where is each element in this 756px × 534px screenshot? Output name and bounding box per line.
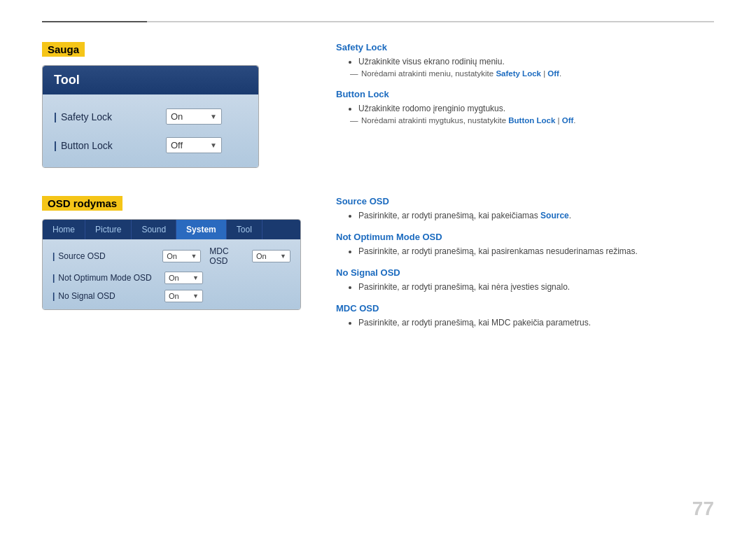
osd-menu-tabs: Home Picture Sound System Tool — [43, 220, 300, 239]
not-optimum-osd-arrow-icon: ▼ — [192, 274, 199, 281]
source-osd-desc: Source OSD Pasirinkite, ar rodyti praneš… — [336, 196, 714, 220]
no-signal-osd-desc: No Signal OSD Pasirinkite, ar rodyti pra… — [336, 267, 714, 292]
tab-sound[interactable]: Sound — [132, 220, 176, 239]
not-optimum-osd-select[interactable]: On ▼ — [164, 272, 203, 284]
button-lock-highlight: Button Lock — [508, 116, 555, 125]
no-signal-osd-bullet: Pasirinkite, ar rodyti pranešimą, kai nė… — [358, 282, 714, 292]
safety-lock-bullet-1: Užrakinkite visus ekrano rodinių meniu. — [358, 57, 714, 66]
tab-tool[interactable]: Tool — [227, 220, 262, 239]
source-osd-bullet: Pasirinkite, ar rodyti pranešimą, kai pa… — [358, 211, 714, 220]
page-number: 77 — [692, 498, 714, 520]
not-optimum-osd-desc: Not Optimum Mode OSD Pasirinkite, ar rod… — [336, 232, 714, 256]
osd-badge: OSD rodymas — [42, 196, 122, 211]
not-optimum-osd-row: Not Optimum Mode OSD On ▼ — [52, 272, 290, 284]
safety-lock-label: Safety Lock — [54, 111, 166, 122]
button-lock-label: Button Lock — [54, 140, 166, 151]
safety-lock-sub-1: Norėdami atrakinti meniu, nustatykite Sa… — [361, 69, 714, 78]
safety-lock-arrow-icon: ▼ — [210, 113, 217, 120]
tab-system[interactable]: System — [176, 220, 227, 239]
tab-home[interactable]: Home — [43, 220, 85, 239]
tool-menu-body: Safety Lock On ▼ Button Lock Off — [43, 94, 258, 167]
tool-menu-header: Tool — [43, 66, 258, 94]
button-lock-desc-title: Button Lock — [336, 89, 714, 99]
osd-panel: OSD rodymas Home Picture Sound System To… — [42, 196, 308, 339]
top-section: Sauga Tool Safety Lock On ▼ — [42, 42, 714, 168]
source-highlight: Source — [540, 211, 569, 220]
no-signal-osd-row: No Signal OSD On ▼ — [52, 290, 290, 302]
source-osd-select[interactable]: On ▼ — [162, 250, 201, 262]
button-lock-row: Button Lock Off ▼ — [54, 137, 247, 153]
mdc-osd-select[interactable]: On ▼ — [252, 250, 290, 262]
mdc-osd-label: MDC OSD — [209, 246, 248, 266]
mdc-osd-arrow-icon: ▼ — [280, 253, 286, 260]
mdc-osd-desc-title: MDC OSD — [336, 303, 714, 314]
sauga-badge: Sauga — [42, 42, 85, 57]
button-lock-select[interactable]: Off ▼ — [166, 137, 222, 153]
no-signal-osd-desc-title: No Signal OSD — [336, 267, 714, 278]
mdc-osd-col: MDC OSD On ▼ — [209, 246, 290, 266]
button-lock-off-highlight: Off — [562, 116, 574, 125]
no-signal-osd-arrow-icon: ▼ — [192, 293, 199, 300]
button-lock-bullet-1: Užrakinkite rodomo įrenginio mygtukus. — [358, 104, 714, 113]
osd-menu-body: Source OSD On ▼ MDC OSD On ▼ — [43, 239, 300, 309]
no-signal-osd-select[interactable]: On ▼ — [164, 290, 203, 302]
tool-menu: Tool Safety Lock On ▼ Button Lock — [42, 65, 259, 168]
no-signal-osd-label: No Signal OSD — [52, 291, 164, 301]
safety-lock-value: On — [171, 111, 206, 122]
sauga-panel: Sauga Tool Safety Lock On ▼ — [42, 42, 308, 168]
source-osd-arrow-icon: ▼ — [190, 253, 197, 260]
not-optimum-osd-bullet: Pasirinkite, ar rodyti pranešimą, kai pa… — [358, 246, 714, 256]
source-osd-desc-title: Source OSD — [336, 196, 714, 206]
sauga-descriptions: Safety Lock Užrakinkite visus ekrano rod… — [336, 42, 714, 168]
osd-descriptions: Source OSD Pasirinkite, ar rodyti praneš… — [336, 196, 714, 339]
safety-lock-desc: Safety Lock Užrakinkite visus ekrano rod… — [336, 42, 714, 78]
mdc-osd-desc: MDC OSD Pasirinkite, ar rodyti pranešimą… — [336, 303, 714, 328]
button-lock-desc: Button Lock Užrakinkite rodomo įrenginio… — [336, 89, 714, 125]
safety-lock-select[interactable]: On ▼ — [166, 108, 222, 125]
bottom-section: OSD rodymas Home Picture Sound System To… — [42, 196, 714, 339]
button-lock-arrow-icon: ▼ — [210, 141, 217, 149]
not-optimum-osd-desc-title: Not Optimum Mode OSD — [336, 232, 714, 242]
button-lock-value: Off — [171, 140, 206, 150]
safety-lock-desc-title: Safety Lock — [336, 42, 714, 52]
source-osd-row: Source OSD On ▼ MDC OSD On ▼ — [52, 246, 290, 266]
osd-menu: Home Picture Sound System Tool Source OS… — [42, 219, 301, 310]
safety-lock-off-highlight: Off — [547, 69, 559, 78]
not-optimum-osd-label: Not Optimum Mode OSD — [52, 273, 164, 283]
tab-picture[interactable]: Picture — [85, 220, 132, 239]
safety-lock-highlight: Safety Lock — [496, 69, 541, 78]
button-lock-sub-1: Norėdami atrakinti mygtukus, nustatykite… — [361, 116, 714, 125]
source-osd-label: Source OSD — [52, 251, 162, 261]
safety-lock-row: Safety Lock On ▼ — [54, 108, 247, 125]
mdc-osd-bullet: Pasirinkite, ar rodyti pranešimą, kai MD… — [358, 318, 714, 328]
